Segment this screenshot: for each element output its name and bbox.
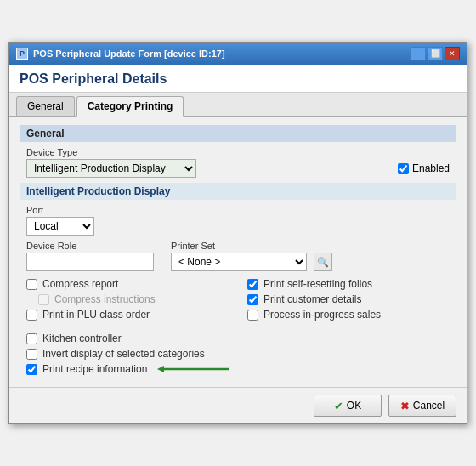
print-plu-label: Print in PLU class order <box>42 309 150 321</box>
cancel-button[interactable]: ✖ Cancel <box>388 395 456 417</box>
general-section-header: General <box>20 125 456 142</box>
close-button[interactable]: ✕ <box>445 47 460 60</box>
compress-instructions-label: Compress instructions <box>54 293 156 305</box>
cancel-label: Cancel <box>413 400 445 412</box>
compress-instructions-row: Compress instructions <box>20 293 241 305</box>
print-recipe-checkbox[interactable] <box>26 364 37 375</box>
device-type-label: Device Type <box>26 147 450 157</box>
printer-set-row: < None > 🔍 <box>171 253 332 271</box>
tab-bar: General Category Printing <box>9 93 467 116</box>
process-inprogress-checkbox[interactable] <box>247 310 258 321</box>
device-role-label: Device Role <box>26 241 154 251</box>
kitchen-controller-row: Kitchen controller <box>20 332 456 344</box>
print-self-resetting-label: Print self-resetting folios <box>264 278 372 290</box>
tab-category-printing[interactable]: Category Printing <box>76 96 184 116</box>
compress-report-checkbox[interactable] <box>26 279 37 290</box>
print-recipe-label: Print recipe information <box>42 363 147 375</box>
content-area: General Device Type Intelligent Producti… <box>9 116 467 387</box>
search-icon: 🔍 <box>317 257 329 268</box>
print-customer-checkbox[interactable] <box>247 294 258 305</box>
compress-report-row: Compress report <box>20 278 241 290</box>
tab-general[interactable]: General <box>16 96 75 116</box>
print-customer-label: Print customer details <box>264 293 361 305</box>
title-bar-controls: ─ ⬜ ✕ <box>411 47 460 60</box>
device-type-group: Device Type Intelligent Production Displ… <box>20 147 456 178</box>
invert-display-row: Invert display of selected categories <box>20 348 456 360</box>
printer-set-group: Printer Set < None > 🔍 <box>171 241 332 271</box>
compress-instructions-checkbox[interactable] <box>38 294 49 305</box>
window-icon: P <box>16 48 28 60</box>
device-type-select[interactable]: Intelligent Production Display <box>26 159 196 178</box>
print-recipe-row: Print recipe information <box>20 363 456 375</box>
process-inprogress-label: Process in-progress sales <box>264 309 381 321</box>
main-window: P POS Peripheral Update Form [device ID:… <box>8 42 468 424</box>
port-label: Port <box>26 205 450 215</box>
device-role-group: Device Role TAPAS <box>26 241 154 271</box>
role-printer-row: Device Role TAPAS Printer Set < None > 🔍 <box>26 241 450 271</box>
invert-display-checkbox[interactable] <box>26 349 37 360</box>
ok-icon: ✔ <box>334 400 343 412</box>
compress-report-label: Compress report <box>42 278 118 290</box>
footer: ✔ OK ✖ Cancel <box>9 387 467 423</box>
svg-marker-1 <box>157 366 164 372</box>
print-plu-checkbox[interactable] <box>26 310 37 321</box>
process-inprogress-row: Process in-progress sales <box>241 309 456 321</box>
minimize-button[interactable]: ─ <box>411 47 426 60</box>
print-plu-row: Print in PLU class order <box>20 309 241 321</box>
checkbox-col-left: Compress report Compress instructions Pr… <box>20 278 241 324</box>
ok-label: OK <box>347 400 361 412</box>
enabled-label: Enabled <box>398 162 450 174</box>
ok-button[interactable]: ✔ OK <box>314 395 382 417</box>
port-group: Port Local <box>20 205 456 236</box>
bottom-checkboxes: Kitchen controller Invert display of sel… <box>20 332 456 375</box>
device-role-input[interactable]: TAPAS <box>26 253 154 271</box>
kitchen-controller-label: Kitchen controller <box>42 332 122 344</box>
printer-set-select[interactable]: < None > <box>171 253 307 271</box>
title-bar: P POS Peripheral Update Form [device ID:… <box>9 43 467 65</box>
kitchen-controller-checkbox[interactable] <box>26 333 37 344</box>
cancel-icon: ✖ <box>400 400 410 412</box>
restore-button[interactable]: ⬜ <box>428 47 443 60</box>
window-title: POS Peripheral Update Form [device ID:17… <box>33 48 225 59</box>
enabled-checkbox[interactable] <box>398 163 409 174</box>
print-self-resetting-checkbox[interactable] <box>247 279 258 290</box>
device-type-row: Intelligent Production Display Enabled <box>26 159 450 178</box>
page-title: POS Peripheral Details <box>9 65 467 93</box>
print-self-resetting-row: Print self-resetting folios <box>241 278 456 290</box>
ipd-section-header: Intelligent Production Display <box>20 183 456 200</box>
checkbox-section: Compress report Compress instructions Pr… <box>20 278 456 324</box>
checkbox-col-right: Print self-resetting folios Print custom… <box>241 278 456 324</box>
title-bar-left: P POS Peripheral Update Form [device ID:… <box>16 48 225 60</box>
port-select[interactable]: Local <box>26 217 94 236</box>
green-arrow-icon <box>157 363 234 375</box>
invert-display-label: Invert display of selected categories <box>42 348 205 360</box>
printer-set-label: Printer Set <box>171 241 332 251</box>
printer-set-search-button[interactable]: 🔍 <box>314 253 332 271</box>
print-customer-row: Print customer details <box>241 293 456 305</box>
role-printer-group: Device Role TAPAS Printer Set < None > 🔍 <box>20 241 456 271</box>
